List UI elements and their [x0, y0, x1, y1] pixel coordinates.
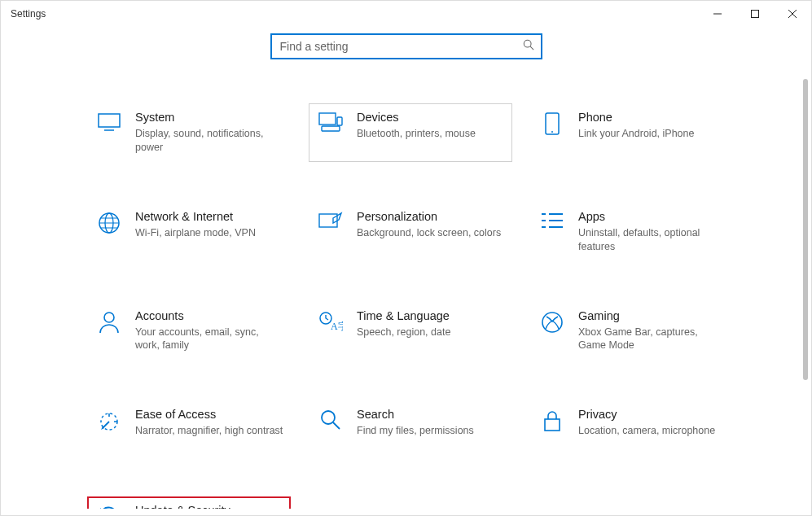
- tile-desc: Find my files, permissions: [357, 424, 505, 438]
- apps-list-icon: [538, 210, 567, 230]
- settings-grid: System Display, sound, notifications, po…: [87, 103, 731, 509]
- svg-rect-10: [319, 214, 337, 227]
- svg-rect-3: [319, 113, 336, 125]
- tile-devices[interactable]: Devices Bluetooth, printers, mouse: [309, 103, 512, 162]
- tile-network[interactable]: Network & Internet Wi-Fi, airplane mode,…: [87, 203, 291, 261]
- window-controls: [699, 1, 811, 27]
- tile-title: Accounts: [135, 309, 283, 322]
- tile-title: Network & Internet: [135, 210, 283, 223]
- search-box[interactable]: [270, 33, 542, 59]
- tile-desc: Link your Android, iPhone: [578, 127, 726, 141]
- svg-point-17: [322, 411, 335, 424]
- tile-title: Devices: [357, 111, 505, 124]
- tile-desc: Bluetooth, printers, mouse: [357, 127, 505, 141]
- lock-icon: [538, 408, 567, 432]
- settings-content: System Display, sound, notifications, po…: [1, 79, 797, 509]
- close-button[interactable]: [774, 1, 811, 27]
- svg-point-11: [104, 313, 114, 322]
- tile-time[interactable]: A字 Time & Language Speech, region, date: [309, 302, 512, 361]
- search-input[interactable]: [280, 40, 523, 53]
- tile-title: Search: [357, 408, 505, 421]
- tile-title: System: [135, 111, 283, 124]
- vertical-scrollbar[interactable]: [803, 79, 808, 509]
- tile-system[interactable]: System Display, sound, notifications, po…: [87, 103, 291, 162]
- window-title: Settings: [11, 8, 46, 20]
- tile-gaming[interactable]: Gaming Xbox Game Bar, captures, Game Mod…: [530, 302, 734, 361]
- tile-desc: Wi-Fi, airplane mode, VPN: [135, 226, 283, 240]
- svg-point-1: [524, 40, 531, 47]
- monitor-icon: [94, 111, 124, 132]
- search-wrap: [1, 33, 811, 59]
- globe-icon: [94, 210, 124, 234]
- xbox-icon: [538, 309, 567, 334]
- magnifier-icon: [316, 408, 345, 431]
- tile-desc: Narrator, magnifier, high contrast: [135, 424, 283, 438]
- tile-title: Personalization: [357, 210, 505, 223]
- sync-icon: [94, 504, 124, 509]
- maximize-button[interactable]: [736, 1, 774, 27]
- tile-personalization[interactable]: Personalization Background, lock screen,…: [309, 203, 512, 261]
- tile-phone[interactable]: Phone Link your Android, iPhone: [530, 103, 734, 162]
- tile-desc: Uninstall, defaults, optional features: [578, 226, 726, 254]
- time-language-icon: A字: [316, 309, 345, 332]
- svg-rect-2: [99, 114, 120, 127]
- tile-ease-of-access[interactable]: Ease of Access Narrator, magnifier, high…: [87, 400, 291, 456]
- tile-desc: Location, camera, microphone: [578, 424, 726, 438]
- svg-rect-4: [322, 126, 340, 131]
- svg-text:A字: A字: [331, 321, 343, 332]
- svg-point-7: [551, 131, 553, 133]
- paint-icon: [316, 210, 345, 230]
- tile-title: Update & Security: [135, 504, 283, 509]
- tile-desc: Your accounts, email, sync, work, family: [135, 326, 283, 353]
- svg-rect-18: [545, 419, 560, 431]
- tile-title: Privacy: [578, 408, 726, 421]
- tile-title: Gaming: [578, 309, 726, 322]
- minimize-button[interactable]: [699, 1, 736, 27]
- devices-icon: [316, 111, 345, 132]
- scrollbar-thumb[interactable]: [803, 79, 808, 380]
- tile-desc: Display, sound, notifications, power: [135, 127, 283, 155]
- titlebar: Settings: [1, 1, 811, 27]
- tile-privacy[interactable]: Privacy Location, camera, microphone: [530, 400, 734, 456]
- tile-desc: Speech, region, date: [357, 326, 505, 339]
- tile-title: Phone: [578, 111, 726, 124]
- tile-update-security[interactable]: Update & Security Windows Update, recove…: [87, 496, 291, 509]
- tile-title: Apps: [578, 210, 726, 223]
- svg-rect-0: [752, 11, 759, 18]
- svg-rect-5: [337, 117, 342, 125]
- person-icon: [94, 309, 124, 334]
- tile-search[interactable]: Search Find my files, permissions: [309, 400, 512, 456]
- tile-apps[interactable]: Apps Uninstall, defaults, optional featu…: [530, 203, 734, 261]
- tile-desc: Background, lock screen, colors: [357, 226, 505, 240]
- tile-title: Time & Language: [357, 309, 505, 322]
- phone-icon: [538, 111, 567, 135]
- tile-desc: Xbox Game Bar, captures, Game Mode: [578, 326, 726, 353]
- search-icon: [523, 39, 534, 54]
- tile-title: Ease of Access: [135, 408, 283, 421]
- ease-of-access-icon: [94, 408, 124, 432]
- tile-accounts[interactable]: Accounts Your accounts, email, sync, wor…: [87, 302, 291, 361]
